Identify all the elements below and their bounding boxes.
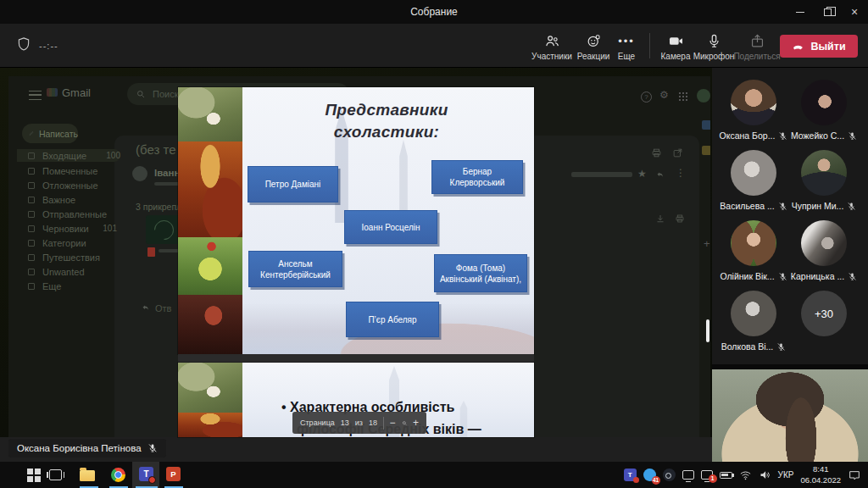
webcam-video[interactable] [712,364,868,462]
wifi-icon[interactable] [739,469,752,481]
chevron-down-icon [28,283,35,290]
gmail-nav-inbox[interactable]: Входящие100 [17,149,120,162]
reply-icon[interactable] [141,302,151,313]
reactions-icon [586,33,602,49]
gmail-nav-categories[interactable]: Категории [28,236,117,249]
slide-art-strip [178,363,242,437]
slide-box-damiani: Петро Даміані [248,166,338,202]
viewer-page-gap [178,354,534,363]
zoom-in-button[interactable]: + [413,418,419,428]
participant-overflow-tile[interactable]: +30 [790,291,858,357]
zoom-out-button[interactable]: − [390,418,396,428]
slide-box-aquinas: Фома (Тома) Аквінський (Аквінат), [434,254,527,292]
share-button[interactable]: Поделиться [732,27,782,66]
star-toggle-icon[interactable]: ★ [637,168,647,180]
gmail-nav-travel[interactable]: Путешествия [28,251,117,263]
slide-title-line1: Представники [259,99,514,121]
avatar [801,80,847,125]
keep-rail-icon[interactable] [702,146,710,155]
gmail-apps-grid-icon[interactable] [678,92,687,101]
gmail-help-icon[interactable]: ? [641,92,652,103]
system-tray: T 41 1 УКР 8:41 06.04.2022 [624,462,868,488]
camera-icon [668,33,684,49]
participant-name: Васильева ... [720,201,774,211]
avatar [731,150,776,196]
gmail-settings-icon[interactable]: ⚙ [659,89,669,101]
microphone-button[interactable]: Микрофон [690,27,737,66]
zoom-tool-icon[interactable] [402,419,407,428]
screen: Собрание × --:-- Участники Реакции ••• Е… [0,0,868,488]
tray-messenger-icon[interactable]: 41 [643,469,656,481]
participant-tile[interactable]: Олійник Вік... [720,220,787,286]
gmail-nav-unwanted[interactable]: Unwanted [28,265,117,278]
taskbar-clock[interactable]: 8:41 06.04.2022 [800,464,841,485]
file-explorer-button[interactable] [80,467,95,481]
attachment-thumbnail[interactable] [146,215,181,244]
participants-button[interactable]: Участники [527,27,576,66]
download-icon[interactable] [655,214,665,224]
pager-of-word: из [355,419,363,427]
participant-tile[interactable]: Волкова Ві... [720,291,787,357]
participant-tile[interactable]: Можейко С... [790,80,858,146]
start-button[interactable] [27,469,41,482]
teams-button[interactable]: T [139,467,153,481]
nav-label: Отправленные [42,209,107,219]
share-icon [749,33,765,49]
email-date-bar [571,172,632,177]
chrome-button[interactable] [111,467,125,482]
gmail-nav-more[interactable]: Еще [28,280,117,292]
share-label: Поделиться [733,52,780,61]
tray-display2-icon[interactable]: 1 [701,470,713,480]
folder-icon [80,470,95,481]
participant-tile[interactable]: Чуприн Ми... [790,150,858,216]
gmail-account-avatar[interactable] [697,89,710,103]
more-button[interactable]: ••• Еще [614,27,639,66]
tray-steam-icon[interactable] [663,469,676,481]
email-reply-label[interactable]: Отв [155,303,171,313]
rail-plus-icon[interactable]: + [704,237,710,250]
minimize-button[interactable] [787,0,814,24]
close-icon: × [851,5,858,19]
reactions-button[interactable]: Реакции [573,27,614,66]
slide-box-roscelin: Іоанн Росцелін [344,210,437,244]
restore-button[interactable] [814,0,841,24]
tray-teams-icon[interactable]: T [624,469,637,481]
close-button[interactable]: × [841,0,868,24]
leave-button[interactable]: Выйти [780,35,858,58]
language-indicator[interactable]: УКР [778,470,794,480]
participant-tile[interactable]: Оксана Бор... [720,80,787,146]
gmail-nav-sent[interactable]: Отправленные [28,208,117,220]
gmail-nav-drafts[interactable]: Черновики101 [28,222,117,235]
avatar [801,220,847,266]
volume-icon[interactable] [759,469,771,481]
participant-tile[interactable]: Карницька ... [790,220,858,286]
gmail-nav-starred[interactable]: Помеченные [28,164,117,177]
camera-label: Камера [661,52,691,61]
action-center-icon[interactable] [848,469,861,482]
more-vert-icon[interactable]: ⋮ [676,167,686,179]
print-icon[interactable] [651,147,662,158]
email-subject: (без те [136,142,176,157]
participant-name: Олійник Вік... [720,271,774,281]
mic-muted-icon [848,131,857,141]
powerpoint-button[interactable]: P [166,467,181,481]
gmail-nav-snoozed[interactable]: Отложенные [28,179,117,191]
battery-icon[interactable] [720,472,732,479]
tray-display-icon[interactable] [682,470,694,480]
reply-action-icon[interactable] [655,169,665,180]
pager-current-page[interactable]: 13 [341,419,349,427]
gmail-scrollbar[interactable] [706,319,709,342]
star-icon [28,168,35,175]
open-in-new-icon[interactable] [672,147,683,158]
microphone-label: Микрофон [693,52,735,61]
participant-tile[interactable]: Васильева ... [720,150,787,216]
task-view-button[interactable] [49,467,62,480]
painting-nativity [178,413,242,437]
gmail-menu-icon[interactable] [29,91,42,100]
gmail-nav-important[interactable]: Важное [28,193,117,206]
nav-label: Помеченные [42,166,97,176]
slide-box-bernard: Бернар Клерворський [431,160,523,194]
calendar-rail-icon[interactable] [702,120,710,130]
print-attachment-icon[interactable] [675,214,685,224]
gmail-compose-button[interactable]: Написать [22,124,78,143]
